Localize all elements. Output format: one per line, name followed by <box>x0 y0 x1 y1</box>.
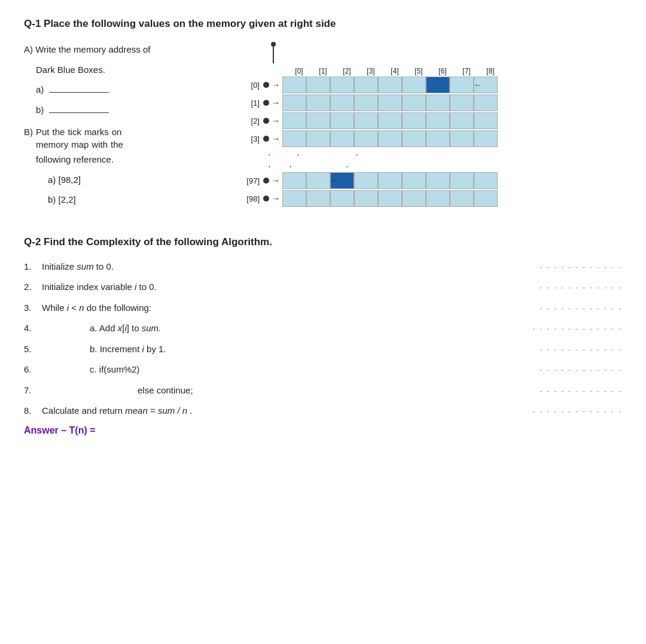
col-headers: [0] [1] [2] [3] [4] [5] [6] [7] [8] <box>287 67 622 75</box>
step-2: 2. Initialize index variable i to 0. - -… <box>24 280 622 294</box>
cell-3-7 <box>450 130 474 147</box>
dots-row-1: · · · <box>268 148 622 160</box>
step-3-text: While i < n do the following: <box>42 301 528 315</box>
cell-97-0 <box>282 172 306 189</box>
step-3: 3. While i < n do the following: - - - -… <box>24 301 622 315</box>
step-7-dashes: - - - - - - - - - - - - <box>540 386 622 395</box>
step-6-text: c. if(sum%2) <box>90 363 528 377</box>
q1-section: A) Write the memory address of Dark Blue… <box>24 42 622 212</box>
cell-98-4 <box>378 190 402 207</box>
cell-97-8 <box>474 172 498 189</box>
step-5-dashes: - - - - - - - - - - - - <box>540 345 622 354</box>
cell-0-2 <box>330 77 354 93</box>
cell-3-1 <box>306 130 330 147</box>
cell-98-1 <box>306 190 330 207</box>
step-8: 8. Calculate and return mean = sum / n .… <box>24 404 622 418</box>
cell-2-3 <box>354 112 378 129</box>
memory-row-2: [2] → <box>233 112 622 129</box>
row-arrow-right-0: ← <box>474 80 482 90</box>
cell-98-7 <box>450 190 474 207</box>
row-label-98: [98] <box>233 194 263 203</box>
row-cells-98 <box>282 190 498 207</box>
cell-3-2 <box>330 130 354 147</box>
row-label-3: [3] <box>233 135 263 144</box>
cell-97-3 <box>354 172 378 189</box>
step-4-dashes: - - - - - - - - - - - - - <box>532 324 622 333</box>
cell-2-1 <box>306 112 330 129</box>
row-dot-1 <box>263 100 269 106</box>
row-label-97: [97] <box>233 176 263 185</box>
row-arrow-3: → <box>272 134 280 144</box>
cell-98-0 <box>282 190 306 207</box>
cell-98-5 <box>402 190 426 207</box>
cell-2-4 <box>378 112 402 129</box>
cell-3-5 <box>402 130 426 147</box>
pointer-dot <box>271 42 276 47</box>
step-3-num: 3. <box>24 303 42 313</box>
step-5-text: b. Increment i by 1. <box>90 343 528 356</box>
step-1: 1. Initialize sum to 0. - - - - - - - - … <box>24 260 622 274</box>
step-1-dashes: - - - - - - - - - - - - <box>540 263 622 271</box>
row-cells-0 <box>282 77 498 93</box>
cell-1-7 <box>450 94 474 111</box>
memory-row-3: [3] → <box>233 130 622 147</box>
col-header-1: [1] <box>311 67 335 75</box>
dots2-col3: · <box>346 160 349 173</box>
cell-2-6 <box>426 112 450 129</box>
step-5: 5. b. Increment i by 1. - - - - - - - - … <box>24 343 622 356</box>
partA-sub: Dark Blue Boxes. <box>24 62 215 78</box>
cell-1-0 <box>282 94 306 111</box>
col-header-4: [4] <box>383 67 407 75</box>
memory-row-1: [1] → <box>233 94 622 111</box>
cell-3-4 <box>378 130 402 147</box>
step-6: 6. c. if(sum%2) - - - - - - - - - - - - <box>24 363 622 377</box>
cell-2-7 <box>450 112 474 129</box>
partB-line3: following reference. <box>24 152 215 167</box>
step-2-num: 2. <box>24 282 42 292</box>
step-6-dashes: - - - - - - - - - - - - <box>540 365 622 374</box>
step-2-dashes: - - - - - - - - - - - - <box>540 283 622 292</box>
cell-98-3 <box>354 190 378 207</box>
cell-98-2 <box>330 190 354 207</box>
col-header-2: [2] <box>335 67 359 75</box>
cell-1-6 <box>426 94 450 111</box>
partB-line2: memory map with the <box>24 139 215 149</box>
step-1-text: Initialize sum to 0. <box>42 260 528 274</box>
pointer-line <box>273 47 274 63</box>
cell-97-7 <box>450 172 474 189</box>
cell-1-4 <box>378 94 402 111</box>
dots2-col1: · <box>268 160 271 173</box>
cell-0-5 <box>402 77 426 93</box>
dots-col3: · <box>355 148 360 161</box>
cell-0-4 <box>378 77 402 93</box>
dots-col1: · <box>268 148 273 161</box>
row-arrow-98: → <box>272 194 280 203</box>
cell-3-8 <box>474 130 498 147</box>
col-header-3: [3] <box>359 67 383 75</box>
cell-2-5 <box>402 112 426 129</box>
partA-intro: A) Write the memory address of <box>24 42 215 57</box>
partB-line1: B) Put the tick marks on <box>24 127 215 137</box>
row-dot-3 <box>263 136 269 142</box>
step-7-num: 7. <box>24 385 42 395</box>
q1-left-panel: A) Write the memory address of Dark Blue… <box>24 42 215 212</box>
dots-row-2: · · · <box>268 160 622 172</box>
step-4: 4. a. Add x[i] to sum. - - - - - - - - -… <box>24 322 622 335</box>
cell-3-0 <box>282 130 306 147</box>
step-2-text: Initialize index variable i to 0. <box>42 280 528 294</box>
row-dot-97 <box>263 178 269 184</box>
row-dot-0 <box>263 82 269 88</box>
cell-1-3 <box>354 94 378 111</box>
col-header-6: [6] <box>431 67 455 75</box>
q1-title: Q-1 Place the following values on the me… <box>24 18 622 30</box>
row-cells-2 <box>282 112 498 129</box>
cell-1-2 <box>330 94 354 111</box>
cell-0-1 <box>306 77 330 93</box>
q1-memory-map: [0] [1] [2] [3] [4] [5] [6] [7] [8] [0] … <box>233 42 622 212</box>
memory-row-97: [97] → ← <box>233 172 622 189</box>
partB-a: a) [98,2] <box>24 172 215 188</box>
row-arrow-97: → <box>272 176 280 185</box>
row-arrow-right-97: ← <box>330 176 339 185</box>
cell-1-8 <box>474 94 498 111</box>
cell-98-6 <box>426 190 450 207</box>
